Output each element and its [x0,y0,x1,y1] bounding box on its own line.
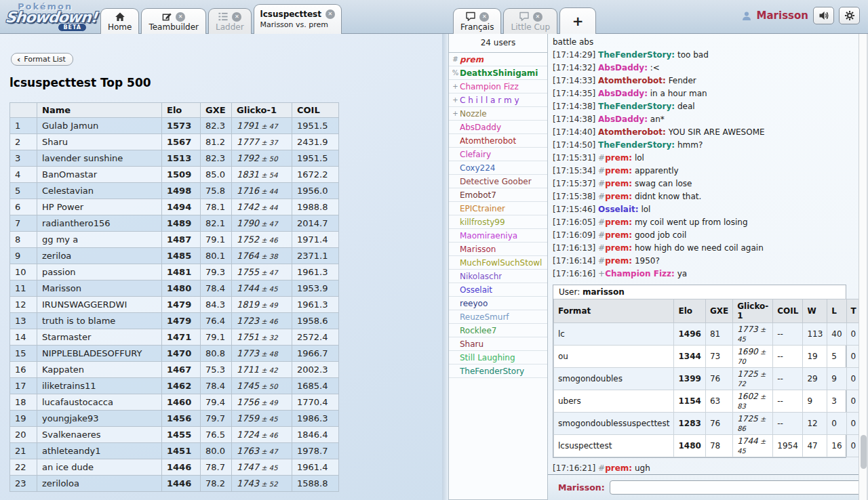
tab-ladder[interactable]: ✕ Ladder [208,8,252,34]
chat-username[interactable]: prem: [605,230,632,240]
user-list-item[interactable]: #prem [449,53,547,66]
chat-message: battle abs [553,36,859,49]
glicko-cell: 1764 ± 38 [232,248,292,264]
ladder-row: 23zeriloloa144678.21743 ± 521588.8 [10,476,339,492]
glicko-cell: 1792 ± 50 [232,150,292,167]
glicko-cell: 1777 ± 37 [232,134,292,150]
user-list-item[interactable]: Rocklee7 [449,324,547,337]
player-name-cell: Kappaten [37,362,162,378]
user-list-item[interactable]: %DeathxShinigami [449,66,547,80]
user-list-item[interactable]: Still Laughing [449,351,547,364]
tab-battle[interactable]: lcsuspecttest ✕ Marisson vs. prem [254,4,342,34]
stats-format-cell: lcsuspecttest [554,435,674,457]
stats-row: ou1344731690 ± 70--1950 [554,346,860,368]
tab-teambuilder[interactable]: ✕ Teambuilder [141,8,206,34]
player-name-cell: NIPPLEBLADESOFFURY [37,346,162,362]
scrollbar-thumb[interactable] [861,435,867,469]
user-list-item[interactable]: Osselait [449,283,547,297]
close-icon[interactable]: ✕ [326,9,335,19]
user-list-item[interactable]: killfrosty99 [449,215,547,229]
user-name: Nozzle [460,109,487,119]
elo-cell: 1489 [162,215,201,232]
glicko-cell: 1819 ± 49 [232,297,292,313]
chat-username[interactable]: Atomtherobot: [598,76,666,85]
chat-message-text: 1950? [632,256,660,266]
user-list-item[interactable]: Clefairy [449,148,547,161]
chat-username[interactable]: Atomtherobot: [598,127,666,137]
user-stats-table: FormatEloGXEGlicko-1COILWLT lc1496811773… [553,299,859,457]
chat-log[interactable]: battle abs[17:14:29] TheFenderStory: too… [548,34,859,474]
glicko-cell: 1744 ± 45 [232,280,292,297]
chat-username[interactable]: AbsDaddy: [598,114,648,124]
user-list-item[interactable]: +Champion Fizz [449,80,547,93]
chat-rank-symbol: # [598,166,605,175]
chat-scrollbar[interactable] [859,34,868,500]
chat-message-text: apparently [632,166,679,175]
chat-username[interactable]: prem: [605,243,632,253]
chat-username[interactable]: Champion Fizz: [605,269,675,278]
close-icon[interactable]: ✕ [533,12,542,22]
user-list-item[interactable]: Marisson [449,243,547,256]
ladder-column-header: Name [37,103,162,118]
chat-message: [17:16:13] #prem: how high do we need co… [553,242,859,255]
settings-button[interactable] [839,7,860,24]
current-username[interactable]: Marisson [757,9,808,22]
chat-username[interactable]: prem: [605,192,632,201]
user-list-item[interactable]: +Nozzle [449,107,547,121]
glicko-cell: 1745 ± 50 [232,378,292,394]
user-list-item[interactable]: MuchFowlSuchStowl [449,256,547,270]
user-list-item[interactable]: +C h i l l a r m y [449,93,547,107]
coil-cell: 1672.2 [292,167,339,183]
chat-username[interactable]: AbsDaddy: [598,63,648,72]
sound-button[interactable] [813,7,834,24]
tab-littlecup[interactable]: ✕ Little Cup [503,8,557,34]
chat-username[interactable]: prem: [605,153,632,163]
close-icon[interactable]: ✕ [176,12,185,22]
home-icon [115,12,125,22]
chat-timestamp: [17:15:38] [553,192,598,201]
user-list-item[interactable]: Sharu [449,337,547,351]
user-list-item[interactable]: TheFenderStory [449,364,547,378]
player-name-cell: passion [37,264,162,280]
chat-username[interactable]: prem: [605,179,632,188]
coil-cell: 1966.7 [292,346,339,362]
elo-cell: 1460 [162,394,201,411]
glicko-cell: 1759 ± 45 [232,411,292,427]
user-list-item[interactable]: Coxy224 [449,161,547,175]
chat-username[interactable]: prem: [605,166,632,175]
user-rank-symbol: + [452,110,459,117]
chat-timestamp: [17:15:34] [553,166,598,175]
tab-francais[interactable]: ✕ Français [453,8,501,34]
gxe-cell: 82.1 [201,215,232,232]
user-list-item[interactable]: ReuzeSmurf [449,310,547,324]
close-icon[interactable]: ✕ [232,12,241,22]
chat-username[interactable]: prem: [605,463,632,473]
stats-elo-cell: 1480 [674,435,705,457]
user-name: EPICtrainer [460,204,505,213]
add-room-button[interactable]: + [559,7,596,34]
chat-username[interactable]: TheFenderStory: [598,140,675,150]
chat-input[interactable] [610,480,861,495]
tab-home[interactable]: Home [100,8,139,34]
format-list-button[interactable]: ‹ Format List [11,53,73,66]
user-name: prem [460,55,484,64]
user-list-item[interactable]: Nikolaschr [449,270,547,283]
user-list-item[interactable]: AbsDaddy [449,121,547,134]
chat-username[interactable]: prem: [605,256,632,266]
chat-username[interactable]: TheFenderStory: [598,50,675,60]
user-list-item[interactable]: Emobot7 [449,188,547,202]
user-list-item[interactable]: Maomiraeniya [449,229,547,243]
chat-username[interactable]: prem: [605,217,632,227]
gxe-cell: 80.8 [201,346,232,362]
chat-username[interactable]: AbsDaddy: [598,89,648,98]
showdown-logo[interactable]: Pokémon Showdown! BETA [5,1,99,33]
chat-username[interactable]: TheFenderStory: [598,102,675,111]
user-list-item[interactable]: reeyoo [449,297,547,310]
user-list-item[interactable]: EPICtrainer [449,202,547,215]
ladder-row: 4BanOmastar150985.01831 ± 541672.2 [10,167,339,183]
chat-username[interactable]: Osselait: [598,205,638,214]
user-list-item[interactable]: Atomtherobot [449,134,547,148]
user-name: killfrosty99 [460,217,505,227]
user-list-item[interactable]: Detective Goober [449,175,547,188]
close-icon[interactable]: ✕ [479,12,489,22]
